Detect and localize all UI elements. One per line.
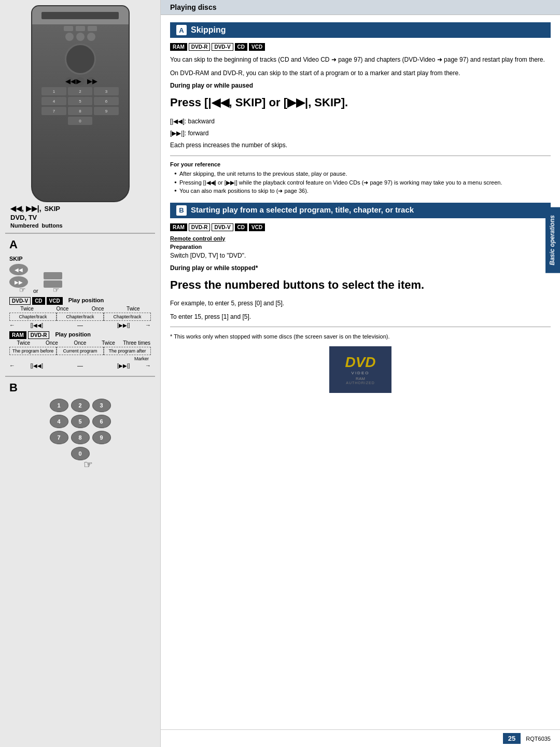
play-pos-label-2: Play position bbox=[55, 331, 90, 339]
remote-skip-back: ◀◀ bbox=[65, 77, 74, 86]
chapter-box-1: Chapter/track bbox=[9, 313, 57, 321]
remote-num-0: 0 bbox=[68, 117, 93, 125]
num-grid: 1 2 3 4 5 6 7 8 9 0 bbox=[50, 399, 111, 460]
content-area: A Skipping RAM DVD-R DVD-V CD VCD You ca… bbox=[161, 15, 560, 729]
skip-label-group: ◀◀, ▶▶|, SKIP bbox=[10, 204, 155, 213]
intro-text-2: On DVD-RAM and DVD-R, you can skip to th… bbox=[170, 68, 551, 78]
dvdv-badges: DVD-V CD VCD Play position bbox=[9, 297, 151, 305]
num-btn-6: 6 bbox=[92, 415, 111, 428]
diagram-b: 1 2 3 4 5 6 7 8 9 0 ☞ bbox=[5, 394, 155, 475]
twice-3: Twice bbox=[9, 340, 38, 346]
arrow-row-1: ← [|◀◀] — [▶▶|] → bbox=[9, 322, 151, 328]
chapter-track-row-1: Chapter/track Chapter/track Chapter/trac… bbox=[9, 313, 151, 321]
dvd-logo-text: DVD bbox=[345, 354, 375, 371]
dash-2: — bbox=[59, 362, 102, 369]
once-2: Once bbox=[80, 306, 116, 312]
remote-num-1: 1 bbox=[41, 87, 66, 95]
badge-ram: RAM bbox=[170, 43, 187, 51]
dash-1: — bbox=[59, 322, 102, 328]
program-boxes-row: The program before Current program The p… bbox=[9, 347, 151, 355]
remote-top bbox=[32, 6, 129, 24]
arrow-right-1: → bbox=[145, 322, 151, 328]
twice-2: Twice bbox=[116, 306, 151, 312]
program-after-box: The program after bbox=[104, 347, 151, 355]
dvdr-badge: DVD-R bbox=[28, 331, 50, 339]
hand-cursor-icon-2: ☞ bbox=[53, 286, 60, 294]
bullet-3: You can also mark positions to skip to (… bbox=[174, 187, 551, 195]
remote-labels: ◀◀, ▶▶|, SKIP DVD, TV Numbered buttons bbox=[5, 204, 155, 229]
num-btn-8: 8 bbox=[71, 431, 90, 444]
remote-small-btn bbox=[88, 26, 97, 31]
diagram-skip-label: SKIP bbox=[9, 256, 151, 262]
remote-round-btn bbox=[76, 33, 85, 41]
remote-small-btn bbox=[76, 26, 85, 31]
remote-play: ▶ bbox=[76, 77, 85, 86]
remote-dpad bbox=[65, 44, 96, 75]
big-instruction-b: Press the numbered buttons to select the… bbox=[170, 278, 551, 293]
num-btn-4: 4 bbox=[50, 415, 68, 428]
chapter-box-3: Chapter/track bbox=[104, 313, 151, 321]
ram-badge: RAM bbox=[9, 331, 26, 339]
hand-cursor-icon: ☞ bbox=[19, 286, 26, 294]
dvdv-badge: DVD-V bbox=[9, 297, 31, 305]
remote-numpad: 1 2 3 4 5 6 7 8 9 0 bbox=[41, 87, 119, 125]
cd-badge: CD bbox=[32, 297, 45, 305]
skip-text-label: SKIP bbox=[45, 205, 60, 213]
remote-control-only-label: Remote control only bbox=[170, 235, 551, 242]
right-panel: Playing discs A Skipping RAM DVD-R DVD-V… bbox=[161, 0, 560, 747]
dvd-sub-text-2: RAM bbox=[356, 376, 365, 381]
remote-round-btn bbox=[87, 33, 95, 41]
skip-alt-back bbox=[44, 272, 62, 279]
skip-icon-left-1: [|◀◀] bbox=[15, 322, 59, 328]
skip-alt-group: ☞ bbox=[44, 272, 62, 294]
once-4: Once bbox=[66, 340, 94, 346]
row2-header: Twice Once Once Twice Three times bbox=[9, 340, 151, 346]
badge-vcd: VCD bbox=[249, 43, 265, 51]
arrow-right-2: → bbox=[145, 362, 151, 369]
three-times: Three times bbox=[122, 340, 151, 346]
ref-heading: For your reference bbox=[170, 161, 551, 167]
or-label: or bbox=[33, 288, 38, 294]
remote-num-3: 3 bbox=[94, 87, 119, 95]
num-btn-9: 9 bbox=[92, 431, 111, 444]
remote-control-image: ◀◀ ▶ ▶▶ 1 2 3 4 5 6 7 8 9 0 bbox=[31, 5, 130, 202]
twice-4: Twice bbox=[94, 340, 123, 346]
once-3: Once bbox=[38, 340, 66, 346]
b-badge-cd: CD bbox=[235, 223, 247, 231]
skip-back-group: ◀◀ ▶▶ ☞ bbox=[9, 264, 28, 294]
remote-small-btn bbox=[64, 26, 73, 31]
numbered-label-group: Numbered buttons bbox=[10, 222, 155, 229]
section-b-badges: RAM DVD-R DVD-V CD VCD bbox=[170, 223, 551, 231]
page-number-area: 25 RQT6035 bbox=[161, 729, 560, 747]
remote-button-row-1 bbox=[32, 26, 129, 31]
preparation-text: Switch [DVD, TV] to "DVD". bbox=[170, 251, 551, 260]
skip-arrows-icon: ◀◀, ▶▶|, bbox=[10, 204, 41, 213]
right-panel-inner: Playing discs A Skipping RAM DVD-R DVD-V… bbox=[161, 0, 560, 747]
preparation-heading: Preparation bbox=[170, 244, 551, 250]
page-header: Playing discs bbox=[161, 0, 560, 15]
marker-label: Marker bbox=[9, 356, 151, 361]
number-buttons-diagram: 1 2 3 4 5 6 7 8 9 0 ☞ bbox=[9, 399, 151, 471]
diagram-a: SKIP ◀◀ ▶▶ ☞ or ☞ DVD-V CD VCD Play posi… bbox=[5, 251, 155, 374]
bullet-1: After skipping, the unit returns to the … bbox=[174, 170, 551, 178]
b-badge-ram: RAM bbox=[170, 223, 187, 231]
skip-icon-right-1: [▶▶|] bbox=[102, 322, 145, 328]
b-badge-vcd: VCD bbox=[249, 223, 265, 231]
program-before-box: The program before bbox=[9, 347, 57, 355]
remote-num-7: 7 bbox=[41, 107, 66, 115]
num-btn-7: 7 bbox=[50, 431, 68, 444]
section-a-badges: RAM DVD-R DVD-V CD VCD bbox=[170, 43, 551, 51]
twice-1: Twice bbox=[9, 306, 45, 312]
b-badge-dvdv: DVD-V bbox=[212, 223, 233, 231]
skip-icon-right-2: [▶▶|] bbox=[102, 363, 145, 369]
num-btn-1: 1 bbox=[50, 399, 68, 412]
section-a-title: Skipping bbox=[191, 25, 226, 35]
chapter-box-2: Chapter/track bbox=[57, 313, 104, 321]
remote-num-8: 8 bbox=[68, 107, 93, 115]
skip-icon-left-2: [|◀◀] bbox=[15, 363, 59, 369]
remote-num-2: 2 bbox=[68, 87, 93, 95]
dvd-tv-label: DVD, TV bbox=[10, 214, 37, 221]
remote-num-6: 6 bbox=[94, 97, 119, 105]
example-1: For example, to enter 5, press [0] and [… bbox=[170, 299, 551, 308]
play-pos-label-1: Play position bbox=[68, 297, 104, 305]
